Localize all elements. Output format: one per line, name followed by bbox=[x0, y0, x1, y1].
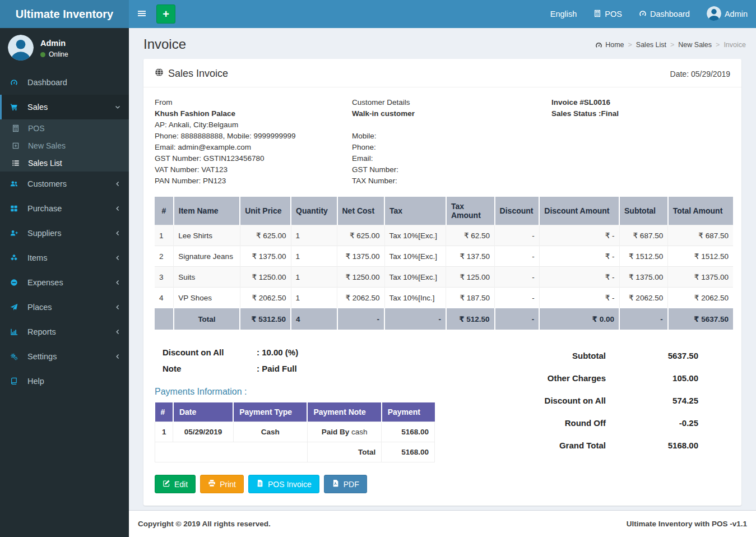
language-menu[interactable]: English bbox=[542, 0, 586, 28]
pos-invoice-button[interactable]: POS Invoice bbox=[248, 475, 319, 493]
summary-round-off: Round Off -0.25 bbox=[545, 411, 698, 434]
sidebar-item-items[interactable]: Items bbox=[0, 246, 129, 270]
breadcrumb-home[interactable]: Home bbox=[595, 41, 624, 49]
sidebar-item-new-sales[interactable]: New Sales bbox=[0, 137, 129, 154]
sidebar-item-label: Suppliers bbox=[27, 229, 61, 238]
nav-pos-link[interactable]: POS bbox=[585, 0, 630, 28]
customer-block: Customer Details Walk-in customer Mobile… bbox=[352, 97, 551, 187]
chevron-left-icon bbox=[115, 230, 120, 236]
sales-status: Sales Status :Final bbox=[551, 108, 730, 119]
discount-on-all-value: : 10.00 (%) bbox=[257, 346, 298, 358]
breadcrumb-new-sales[interactable]: New Sales bbox=[666, 41, 712, 49]
sidebar-item-pos[interactable]: POS bbox=[0, 119, 129, 137]
brand-logo[interactable]: Ultimate Inventory bbox=[0, 0, 129, 28]
file-pdf-icon bbox=[332, 479, 340, 489]
chevron-left-icon bbox=[115, 280, 120, 285]
grid-icon bbox=[10, 205, 24, 212]
sidebar-item-purchase[interactable]: Purchase bbox=[0, 196, 129, 221]
print-button[interactable]: Print bbox=[200, 475, 244, 493]
sidebar-item-sales-list[interactable]: Sales List bbox=[0, 154, 129, 172]
sidebar-item-places[interactable]: Places bbox=[0, 295, 129, 320]
online-dot-icon bbox=[40, 52, 45, 57]
nav-dashboard-link[interactable]: Dashboard bbox=[630, 0, 698, 28]
items-total-row: Total ₹ 5312.50 4 - - ₹ 512.50 - ₹ 0.00 … bbox=[155, 308, 733, 330]
add-button[interactable]: + bbox=[156, 4, 175, 24]
summary-grand-total: Grand Total 5168.00 bbox=[545, 434, 698, 456]
top-navbar: Ultimate Inventory + English POS Dashboa… bbox=[0, 0, 756, 28]
dashboard-label: Dashboard bbox=[650, 10, 690, 18]
sidebar: Admin Online Dashboard Sales POS bbox=[0, 28, 129, 537]
dashboard-icon bbox=[595, 41, 602, 49]
chevron-left-icon bbox=[115, 329, 120, 335]
invoice-card-header: Sales Invoice Date: 05/29/2019 bbox=[143, 59, 741, 87]
payments-total-row: Total 5168.00 bbox=[155, 442, 435, 462]
col-header: Unit Price bbox=[240, 197, 291, 225]
note-row: Note : Paid Full bbox=[163, 363, 435, 374]
invoice-meta-block: Invoice #SL0016 Sales Status :Final bbox=[551, 97, 730, 187]
user-status: Online bbox=[40, 50, 68, 58]
user-menu[interactable]: Admin bbox=[698, 0, 756, 28]
breadcrumb-sales-list[interactable]: Sales List bbox=[624, 41, 667, 49]
sidebar-item-dashboard[interactable]: Dashboard bbox=[0, 70, 129, 95]
invoice-bottom: Discount on All : 10.00 (%) Note : Paid … bbox=[143, 330, 741, 493]
from-address: AP: Ankali, City:Belgaum bbox=[155, 119, 352, 131]
dashboard-icon bbox=[639, 10, 647, 19]
gears-icon bbox=[10, 353, 24, 360]
from-gst: GST Number: GSTIN123456780 bbox=[155, 153, 352, 164]
chevron-left-icon bbox=[115, 255, 120, 261]
col-header: Item Name bbox=[174, 197, 240, 225]
sidebar-item-customers[interactable]: Customers bbox=[0, 172, 129, 196]
sidebar-item-label: Expenses bbox=[27, 278, 63, 287]
print-icon bbox=[208, 479, 216, 489]
sidebar-item-reports[interactable]: Reports bbox=[0, 320, 129, 344]
sidebar-item-label: POS bbox=[28, 124, 45, 133]
sidebar-item-label: Customers bbox=[27, 179, 67, 188]
customer-phone: Phone: bbox=[352, 142, 551, 153]
plus-square-icon bbox=[12, 142, 25, 150]
hamburger-icon bbox=[137, 9, 146, 20]
customer-tax: TAX Number: bbox=[352, 175, 551, 187]
summary-subtotal: Subtotal 5637.50 bbox=[545, 344, 698, 367]
sidebar-item-label: Places bbox=[27, 303, 52, 312]
user-panel: Admin Online bbox=[0, 28, 129, 70]
discount-on-all-label: Discount on All bbox=[163, 346, 257, 358]
payments-total-label: Total bbox=[307, 442, 381, 462]
from-pan: PAN Number: PN123 bbox=[155, 175, 352, 187]
from-email: Email: admin@example.com bbox=[155, 142, 352, 153]
customer-name: Walk-in customer bbox=[352, 108, 551, 119]
chevron-down-icon bbox=[115, 104, 120, 110]
sidebar-item-label: Reports bbox=[27, 327, 56, 336]
edit-button[interactable]: Edit bbox=[155, 475, 196, 493]
col-header: Tax Amount bbox=[446, 197, 495, 225]
sidebar-item-settings[interactable]: Settings bbox=[0, 344, 129, 369]
sidebar-item-expenses[interactable]: Expenses bbox=[0, 270, 129, 295]
bar-chart-icon bbox=[10, 328, 24, 336]
sidebar-item-suppliers[interactable]: Suppliers bbox=[0, 221, 129, 246]
sidebar-item-label: Help bbox=[27, 377, 44, 386]
edit-icon bbox=[163, 479, 170, 489]
sidebar-item-sales[interactable]: Sales bbox=[0, 95, 129, 119]
user-plus-icon bbox=[10, 229, 24, 237]
content: Invoice Home Sales List New Sales Invoic… bbox=[129, 28, 756, 510]
col-header: Payment bbox=[382, 402, 435, 422]
invoice-title: Sales Invoice bbox=[168, 68, 228, 80]
sidebar-item-help[interactable]: Help bbox=[0, 369, 129, 394]
content-wrapper: Invoice Home Sales List New Sales Invoic… bbox=[129, 28, 756, 537]
sidebar-item-label: Settings bbox=[27, 352, 57, 361]
sidebar-toggle-button[interactable] bbox=[129, 0, 154, 28]
payment-row: 1 05/29/2019 Cash Paid By cash 5168.00 bbox=[155, 422, 435, 442]
from-phone: Phone: 8888888888, Mobile: 9999999999 bbox=[155, 131, 352, 142]
items-table-wrap: # Item Name Unit Price Quantity Net Cost… bbox=[143, 195, 741, 330]
invoice-parties: From Khush Fashion Palace AP: Ankali, Ci… bbox=[143, 87, 741, 195]
breadcrumb-invoice: Invoice bbox=[712, 41, 746, 49]
chevron-left-icon bbox=[115, 304, 120, 310]
note-value: : Paid Full bbox=[257, 363, 297, 374]
col-header: Net Cost bbox=[337, 197, 385, 225]
from-name: Khush Fashion Palace bbox=[155, 108, 352, 119]
cubes-icon bbox=[10, 254, 24, 262]
app-window: Ultimate Inventory + English POS Dashboa… bbox=[0, 0, 756, 537]
paper-plane-icon bbox=[10, 303, 24, 311]
pdf-button[interactable]: PDF bbox=[324, 475, 367, 493]
action-buttons: Edit Print POS Invoice bbox=[155, 475, 435, 493]
payment-note-cell: Paid By cash bbox=[307, 422, 381, 442]
